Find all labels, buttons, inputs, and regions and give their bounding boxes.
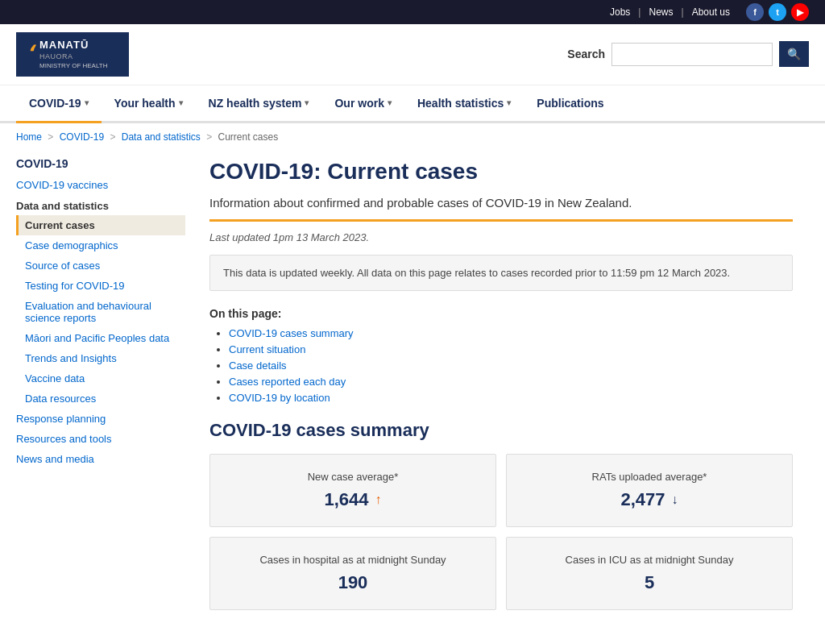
stat-value: 2,477↓: [520, 489, 779, 510]
arrow-down-icon: ↓: [672, 492, 678, 507]
content: COVID-19: Current cases Information abou…: [193, 151, 809, 629]
logo-symbol: ʻ: [26, 41, 33, 68]
stat-label: Cases in hospital as at midnight Sunday: [223, 554, 483, 566]
nav-item-your-health[interactable]: Your health ▾: [102, 85, 196, 123]
nav-item-nz-health-system[interactable]: NZ health system ▾: [196, 85, 322, 123]
nav-item-health-statistics[interactable]: Health statistics ▾: [404, 85, 524, 123]
sidebar-item-current-cases[interactable]: Current cases: [16, 215, 185, 235]
header: ʻ MANATŪ HAUORA MINISTRY OF HEALTH Searc…: [0, 24, 825, 85]
on-page-link[interactable]: Cases reported each day: [229, 376, 346, 388]
stat-card: RATs uploaded average*2,477↓: [506, 454, 793, 527]
last-updated: Last updated 1pm 13 March 2023.: [209, 231, 793, 243]
stat-label: Cases in ICU as at midnight Sunday: [520, 554, 779, 566]
on-page-label: On this page:: [209, 307, 793, 320]
sidebar-group-title: Data and statistics: [16, 195, 185, 215]
logo-text: MANATŪ HAUORA MINISTRY OF HEALTH: [39, 39, 107, 70]
news-link[interactable]: News: [649, 6, 673, 18]
on-page-link[interactable]: Case details: [229, 359, 287, 372]
twitter-icon[interactable]: t: [769, 3, 786, 21]
main-nav: COVID-19 ▾Your health ▾NZ health system …: [0, 85, 825, 123]
chevron-down-icon: ▾: [85, 98, 89, 107]
sidebar-item-case-demographics[interactable]: Case demographics: [16, 235, 185, 256]
stat-value: 190: [223, 572, 483, 593]
chevron-down-icon: ▾: [507, 98, 511, 107]
sidebar-section-title: COVID-19: [16, 151, 185, 175]
logo[interactable]: ʻ MANATŪ HAUORA MINISTRY OF HEALTH: [16, 32, 129, 77]
stat-value: 5: [520, 572, 779, 593]
logo-area: ʻ MANATŪ HAUORA MINISTRY OF HEALTH: [16, 32, 129, 77]
breadcrumb-link[interactable]: COVID-19: [60, 131, 104, 143]
sidebar-item-mori-and-pacific-peoples-data[interactable]: Māori and Pacific Peoples data: [16, 328, 185, 348]
on-page-link[interactable]: COVID-19 by location: [229, 392, 330, 404]
stat-card: Cases in hospital as at midnight Sunday1…: [209, 537, 496, 610]
list-item: COVID-19 cases summary: [229, 326, 793, 339]
sidebar-item-covid-19-vaccines[interactable]: COVID-19 vaccines: [16, 175, 185, 195]
search-button[interactable]: 🔍: [779, 41, 809, 67]
breadcrumb-separator: >: [45, 131, 56, 143]
search-area: Search 🔍: [567, 41, 809, 67]
stats-grid: New case average*1,644↑RATs uploaded ave…: [209, 454, 793, 610]
page-subtitle: Information about confirmed and probable…: [209, 196, 793, 210]
nav-item-our-work[interactable]: Our work ▾: [321, 85, 404, 123]
list-item: Current situation: [229, 343, 793, 355]
summary-title: COVID-19 cases summary: [209, 420, 793, 441]
breadcrumb-link[interactable]: Data and statistics: [122, 131, 201, 143]
sidebar-item-source-of-cases[interactable]: Source of cases: [16, 256, 185, 276]
stat-card: Cases in ICU as at midnight Sunday5: [506, 537, 793, 610]
breadcrumb-separator: >: [204, 131, 215, 143]
breadcrumb-separator: >: [107, 131, 118, 143]
sidebar-item-testing-for-covid-19[interactable]: Testing for COVID-19: [16, 276, 185, 296]
sidebar: COVID-19 COVID-19 vaccines Data and stat…: [16, 151, 193, 629]
search-input[interactable]: [611, 43, 773, 66]
search-label: Search: [567, 48, 605, 60]
sidebar-item-news-and-media[interactable]: News and media: [16, 449, 185, 469]
youtube-icon[interactable]: ▶: [791, 3, 809, 21]
on-page-list: COVID-19 cases summaryCurrent situationC…: [209, 326, 793, 404]
sidebar-item-resources-and-tools[interactable]: Resources and tools: [16, 429, 185, 449]
list-item: Cases reported each day: [229, 375, 793, 388]
facebook-icon[interactable]: f: [746, 3, 764, 21]
about-link[interactable]: About us: [692, 6, 730, 18]
on-page-link[interactable]: Current situation: [229, 343, 305, 355]
sidebar-item-response-planning[interactable]: Response planning: [16, 409, 185, 429]
stat-card: New case average*1,644↑: [209, 454, 496, 527]
sidebar-item-vaccine-data[interactable]: Vaccine data: [16, 368, 185, 388]
stat-value: 1,644↑: [223, 489, 483, 510]
list-item: COVID-19 by location: [229, 391, 793, 404]
stat-label: RATs uploaded average*: [520, 471, 779, 483]
list-item: Case details: [229, 359, 793, 372]
on-page-link[interactable]: COVID-19 cases summary: [229, 327, 354, 339]
chevron-down-icon: ▾: [388, 98, 392, 107]
breadcrumb: Home > COVID-19 > Data and statistics > …: [0, 123, 825, 151]
orange-divider: [209, 219, 793, 222]
sidebar-item-evaluation-and-behavioural-science-reports[interactable]: Evaluation and behavioural science repor…: [16, 296, 185, 328]
sidebar-item-data-resources[interactable]: Data resources: [16, 388, 185, 409]
nav-item-covid-19[interactable]: COVID-19 ▾: [16, 85, 102, 123]
stat-label: New case average*: [223, 471, 483, 483]
top-bar: Jobs | News | About us f t ▶: [0, 0, 825, 24]
jobs-link[interactable]: Jobs: [610, 6, 630, 18]
arrow-up-icon: ↑: [375, 492, 382, 507]
chevron-down-icon: ▾: [305, 98, 309, 107]
breadcrumb-current: Current cases: [218, 131, 278, 143]
sidebar-item-trends-and-insights[interactable]: Trends and Insights: [16, 348, 185, 368]
main-layout: COVID-19 COVID-19 vaccines Data and stat…: [0, 151, 825, 629]
page-title: COVID-19: Current cases: [209, 159, 793, 185]
breadcrumb-link[interactable]: Home: [16, 131, 42, 143]
chevron-down-icon: ▾: [179, 98, 183, 107]
nav-item-publications[interactable]: Publications: [524, 85, 616, 123]
social-icons: f t ▶: [746, 3, 809, 21]
info-box: This data is updated weekly. All data on…: [209, 255, 793, 291]
